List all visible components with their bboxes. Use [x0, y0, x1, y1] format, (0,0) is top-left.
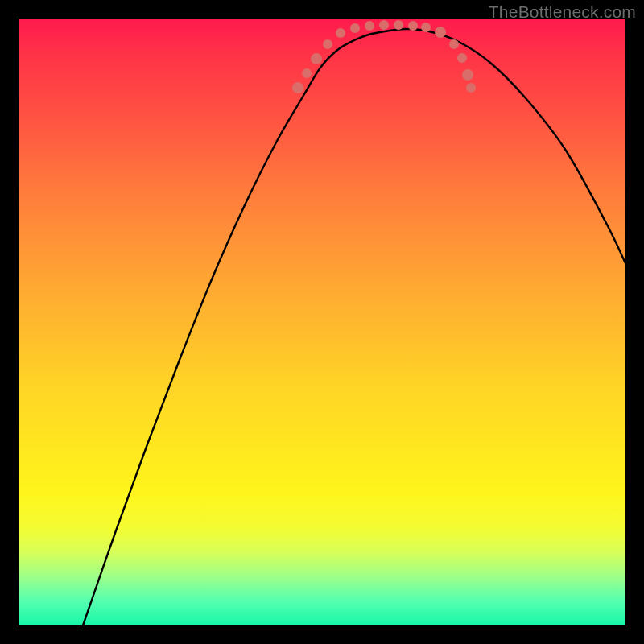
bottleneck-curve [19, 19, 625, 625]
highlight-dot [394, 20, 403, 30]
watermark-text: TheBottleneck.com [489, 2, 636, 22]
chart-area [19, 19, 625, 625]
highlight-dot [350, 23, 360, 33]
highlight-dot [292, 82, 303, 93]
highlight-dot [336, 28, 345, 38]
highlight-dot [408, 21, 418, 31]
highlight-dot [365, 21, 374, 31]
highlight-dot [302, 68, 312, 78]
highlight-dot [462, 69, 473, 80]
highlight-dot [379, 20, 389, 30]
highlight-dot [323, 39, 332, 49]
highlight-dot [457, 53, 467, 63]
highlight-dot [449, 39, 459, 49]
highlight-dot [421, 23, 431, 32]
highlight-dot [466, 83, 476, 93]
highlight-dot [435, 27, 446, 38]
highlight-dot [311, 53, 322, 64]
